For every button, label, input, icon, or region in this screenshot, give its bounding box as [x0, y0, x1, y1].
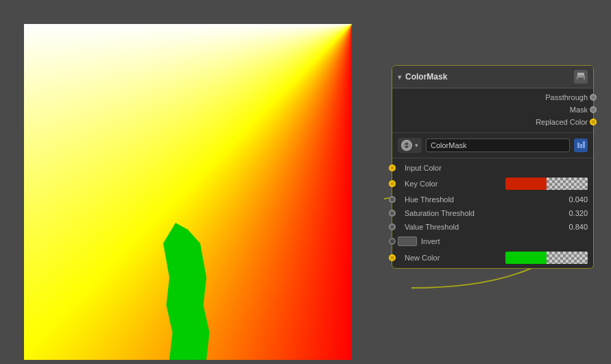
output-replaced-color-label: Replaced Color — [536, 118, 588, 126]
inputs-area: Input Color Key Color Hue Threshold 0.04… — [392, 160, 593, 268]
node-name-field[interactable]: ColorMask — [426, 138, 570, 152]
new-color-label: New Color — [398, 254, 505, 262]
canvas-viewport — [24, 24, 352, 360]
outputs-area: Passthrough Mask Replaced Color — [392, 88, 593, 131]
hue-threshold-row: Hue Threshold 0.040 — [392, 193, 593, 206]
svg-rect-8 — [580, 144, 582, 148]
output-mask-label: Mask — [570, 106, 588, 114]
key-color-alpha-swatch — [547, 178, 588, 190]
invert-toggle[interactable] — [398, 236, 417, 246]
key-color-label: Key Color — [398, 180, 505, 188]
socket-input-color-in[interactable] — [389, 165, 396, 171]
key-color-red-swatch — [505, 178, 547, 190]
socket-hue-threshold-in[interactable] — [389, 196, 396, 203]
new-color-swatch[interactable] — [505, 252, 588, 264]
saturation-threshold-row: Saturation Threshold 0.320 — [392, 206, 593, 220]
value-threshold-row: Value Threshold 0.840 — [392, 220, 593, 234]
svg-rect-9 — [583, 141, 585, 148]
color-mask-result — [157, 223, 219, 360]
saturation-threshold-value[interactable]: 0.320 — [560, 209, 588, 217]
socket-invert-in[interactable] — [389, 238, 396, 245]
socket-passthrough-out[interactable] — [590, 94, 597, 101]
type-dropdown-arrow: ▾ — [415, 142, 418, 149]
socket-new-color-in[interactable] — [389, 254, 396, 261]
node-print-icon[interactable] — [574, 70, 588, 84]
canvas-gradient — [24, 24, 352, 360]
type-selector[interactable]: ▾ — [398, 138, 422, 153]
globe-icon — [401, 140, 412, 151]
socket-value-threshold-in[interactable] — [389, 223, 396, 230]
node-header-left: ▾ ColorMask — [398, 72, 447, 82]
svg-rect-7 — [577, 143, 579, 148]
key-color-row: Key Color — [392, 175, 593, 193]
hue-threshold-label: Hue Threshold — [398, 195, 560, 204]
output-replaced-color: Replaced Color — [392, 116, 593, 128]
bars-icon[interactable] — [574, 138, 588, 152]
new-color-green-swatch — [505, 252, 547, 264]
node-title: ColorMask — [405, 72, 447, 82]
socket-mask-out[interactable] — [590, 106, 597, 113]
invert-row: Invert — [392, 234, 593, 249]
input-color-row: Input Color — [392, 161, 593, 175]
output-passthrough: Passthrough — [392, 91, 593, 104]
socket-key-color-in[interactable] — [389, 180, 396, 187]
printer-icon — [576, 72, 586, 82]
new-color-row: New Color — [392, 249, 593, 267]
key-color-swatch[interactable] — [505, 178, 588, 190]
node-name-value: ColorMask — [431, 141, 467, 149]
value-threshold-label: Value Threshold — [398, 223, 560, 231]
collapse-icon[interactable]: ▾ — [398, 73, 401, 81]
globe-svg — [403, 141, 411, 149]
svg-rect-3 — [579, 77, 583, 77]
saturation-threshold-label: Saturation Threshold — [398, 209, 560, 217]
node-panel: ▾ ColorMask Passthrough Mask Replaced Co… — [392, 65, 594, 269]
value-threshold-value[interactable]: 0.840 — [560, 223, 588, 231]
input-color-label: Input Color — [398, 164, 588, 172]
invert-label: Invert — [421, 237, 588, 245]
separator-1 — [392, 132, 593, 133]
separator-2 — [392, 158, 593, 158]
bars-svg — [576, 141, 586, 150]
socket-saturation-threshold-in[interactable] — [389, 210, 396, 217]
new-color-alpha-swatch — [547, 252, 588, 264]
node-header: ▾ ColorMask — [392, 66, 593, 88]
hue-threshold-value[interactable]: 0.040 — [560, 195, 588, 204]
type-selector-row: ▾ ColorMask — [392, 134, 593, 156]
output-mask: Mask — [392, 104, 593, 116]
svg-rect-2 — [578, 77, 584, 80]
socket-replaced-color-out[interactable] — [590, 119, 597, 125]
output-passthrough-label: Passthrough — [545, 93, 588, 101]
